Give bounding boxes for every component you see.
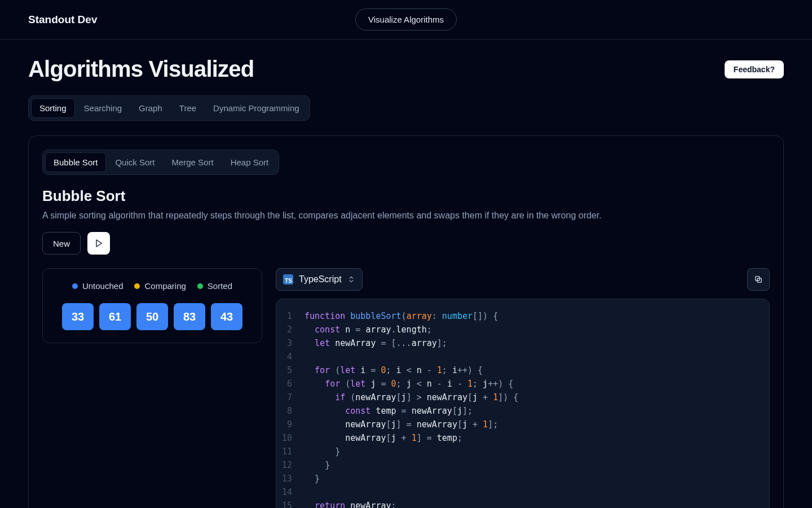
code-line: 11 } [276,445,769,458]
code-content: for (let j = 0; j < n - i - 1; j++) { [304,377,513,391]
array-cell: 43 [211,303,242,330]
dot-icon [197,283,203,289]
code-line: 1function bubbleSort(array: number[]) { [276,309,769,323]
line-number: 7 [276,391,304,404]
dot-icon [72,283,78,289]
legend-label: Comparing [144,281,186,291]
copy-button[interactable] [747,268,770,291]
line-number: 11 [276,445,304,458]
feedback-button[interactable]: Feedback? [725,60,784,78]
new-button[interactable]: New [42,232,81,255]
code-line: 4 [276,350,769,364]
tab-graph[interactable]: Graph [131,98,170,118]
code-line: 7 if (newArray[j] > newArray[j + 1]) { [276,391,769,404]
code-line: 3 let newArray = [...array]; [276,336,769,350]
code-content: } [304,472,320,485]
code-content: return newArray; [304,499,396,508]
chevron-up-down-icon [347,275,355,283]
tab-quick-sort[interactable]: Quick Sort [107,152,162,172]
code-content: const n = array.length; [304,323,432,336]
line-number: 4 [276,350,304,364]
tab-dynamic-programming[interactable]: Dynamic Programming [205,98,307,118]
code-line: 5 for (let i = 0; i < n - 1; i++) { [276,364,769,377]
line-number: 5 [276,364,304,377]
legend-untouched: Untouched [72,281,123,291]
line-number: 6 [276,377,304,391]
code-line: 15 return newArray; [276,499,769,508]
code-line: 10 newArray[j + 1] = temp; [276,431,769,445]
code-line: 8 const temp = newArray[j]; [276,404,769,418]
algorithm-title: Bubble Sort [42,187,770,205]
legend-sorted: Sorted [197,281,232,291]
code-block: 1function bubbleSort(array: number[]) {2… [276,299,770,508]
array-cell: 83 [174,303,205,330]
language-label: TypeScript [299,274,342,284]
line-number: 13 [276,472,304,485]
code-content: } [304,445,340,458]
tab-merge-sort[interactable]: Merge Sort [164,152,221,172]
legend-label: Sorted [208,281,232,291]
code-content: function bubbleSort(array: number[]) { [304,309,498,323]
copy-icon [754,275,763,284]
code-content: if (newArray[j] > newArray[j + 1]) { [304,391,518,404]
array-cell: 61 [99,303,131,330]
code-content: let newArray = [...array]; [304,336,447,350]
line-number: 15 [276,499,304,508]
tab-tree[interactable]: Tree [171,98,204,118]
array-cell: 33 [62,303,94,330]
category-tabs: SortingSearchingGraphTreeDynamic Program… [28,95,310,121]
code-line: 13 } [276,472,769,485]
code-line: 12 } [276,458,769,472]
code-line: 6 for (let j = 0; j < n - i - 1; j++) { [276,377,769,391]
code-content: for (let i = 0; i < n - 1; i++) { [304,364,483,377]
code-line: 9 newArray[j] = newArray[j + 1]; [276,418,769,431]
play-button[interactable] [87,232,110,255]
line-number: 14 [276,485,304,499]
line-number: 12 [276,458,304,472]
typescript-icon: TS [283,274,293,284]
language-select[interactable]: TS TypeScript [276,268,363,291]
legend-comparing: Comparing [134,281,186,291]
line-number: 2 [276,323,304,336]
code-content: const temp = newArray[j]; [304,404,473,418]
tab-bubble-sort[interactable]: Bubble Sort [45,152,106,172]
line-number: 9 [276,418,304,431]
brand-logo[interactable]: Standout Dev [28,14,97,26]
tab-searching[interactable]: Searching [76,98,130,118]
play-icon [94,239,103,248]
svg-marker-0 [96,240,102,247]
line-number: 10 [276,431,304,445]
line-number: 8 [276,404,304,418]
array-cell: 50 [136,303,168,330]
line-number: 3 [276,336,304,350]
tab-sorting[interactable]: Sorting [31,98,75,118]
algorithm-description: A simple sorting algorithm that repeated… [42,211,770,221]
visualization-box: Untouched Comparing Sorted 3361508343 [42,268,262,343]
tab-heap-sort[interactable]: Heap Sort [223,152,277,172]
algorithm-tabs: Bubble SortQuick SortMerge SortHeap Sort [42,150,279,175]
array-visualization: 3361508343 [59,303,246,330]
code-line: 2 const n = array.length; [276,323,769,336]
legend: Untouched Comparing Sorted [59,281,246,291]
visualize-algorithms-button[interactable]: Visualize Algorithms [355,8,457,30]
code-content: newArray[j + 1] = temp; [304,431,462,445]
line-number: 1 [276,309,304,323]
code-line: 14 [276,485,769,499]
code-content: newArray[j] = newArray[j + 1]; [304,418,498,431]
dot-icon [134,283,140,289]
code-content: } [304,458,330,472]
page-title: Algorithms Visualized [28,56,254,82]
algorithm-panel: Bubble SortQuick SortMerge SortHeap Sort… [28,135,784,508]
legend-label: Untouched [82,281,123,291]
